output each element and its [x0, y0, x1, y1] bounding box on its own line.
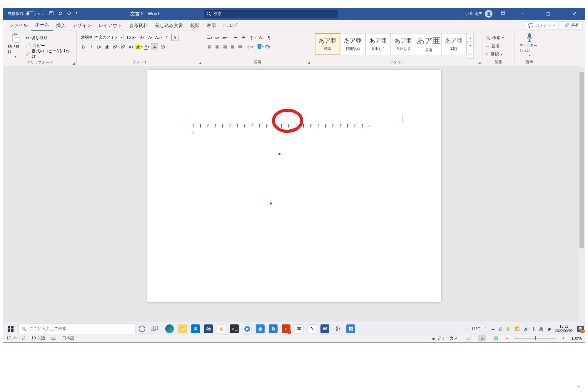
document-page[interactable]: ｆｆｆｆｆｆｆｆｆｆｆｆｆｆｆｆｆｆｆｆｆｆｆｆ↵ ↵: [147, 70, 441, 302]
settings-icon[interactable]: ⚙: [332, 323, 344, 335]
notifications-button[interactable]: 💬23: [577, 326, 584, 332]
align-right-button[interactable]: [221, 43, 228, 50]
tab-review[interactable]: 校閲: [187, 20, 203, 31]
cut-button[interactable]: ✂切り取り: [26, 34, 74, 41]
app-icon-1[interactable]: ◐: [215, 323, 228, 335]
font-name-select[interactable]: 游明朝 (本文のフォン▾: [80, 34, 124, 41]
page-count[interactable]: 1/1 ページ: [6, 336, 25, 341]
clear-format-button[interactable]: A: [171, 34, 178, 41]
tab-home[interactable]: ホーム: [31, 19, 53, 31]
font-color-button[interactable]: A▾: [143, 43, 150, 50]
select-button[interactable]: ↖選択▾: [485, 51, 504, 58]
ribbon-display-icon[interactable]: [501, 11, 505, 17]
phonetic-guide-button[interactable]: ア: [163, 34, 170, 41]
format-painter-button[interactable]: 🖌書式のコピー/貼り付け: [26, 50, 74, 57]
tab-insert[interactable]: 挿入: [53, 20, 69, 31]
show-marks-button[interactable]: ¶: [265, 34, 273, 41]
zoom-slider[interactable]: [514, 338, 555, 339]
web-layout-button[interactable]: 🌐: [492, 335, 500, 341]
chrome-icon[interactable]: [241, 323, 253, 335]
dictate-button[interactable]: ディクテーション ▾: [518, 32, 541, 59]
text-effects-button[interactable]: A▾: [127, 43, 134, 50]
vertical-scrollbar[interactable]: ▴ ▾: [579, 66, 585, 334]
save-icon[interactable]: [49, 11, 54, 17]
scrollbar-thumb[interactable]: [579, 72, 584, 248]
style-subtitle[interactable]: あア亜副題: [441, 33, 467, 55]
print-layout-button[interactable]: ▤: [478, 335, 486, 341]
tray-icon[interactable]: ⎙: [499, 326, 501, 331]
app-icon-4[interactable]: ⌘: [293, 323, 305, 335]
comments-button[interactable]: 💬 コメント ▾: [525, 21, 558, 29]
sort-button[interactable]: A↓: [258, 34, 265, 41]
strikethrough-button[interactable]: ab: [103, 43, 111, 50]
mail-icon[interactable]: ✉: [189, 323, 202, 335]
vscode-icon[interactable]: ⧉: [267, 323, 279, 335]
dialog-launcher-icon[interactable]: ◢: [478, 61, 480, 65]
font-size-select[interactable]: 10.5▾: [125, 34, 137, 41]
minimize-button[interactable]: [514, 8, 531, 20]
dialog-launcher-icon[interactable]: ◢: [72, 61, 75, 65]
volume-icon[interactable]: 🔊: [524, 326, 529, 331]
spellcheck-icon[interactable]: 📖: [51, 336, 56, 341]
taskbar-search[interactable]: 🔍 ここに入力して検索: [18, 324, 136, 334]
line-spacing-button[interactable]: ‡≡▾: [247, 43, 254, 50]
terminal-icon[interactable]: ＞_: [228, 323, 240, 335]
replace-button[interactable]: ↔置換: [485, 43, 504, 49]
cortana-icon[interactable]: [136, 323, 148, 335]
scroll-up-icon[interactable]: ▴: [579, 66, 585, 72]
italic-button[interactable]: I: [88, 43, 95, 50]
align-left-button[interactable]: [206, 43, 213, 50]
ime-mode-icon[interactable]: ◉: [547, 326, 551, 331]
word-icon[interactable]: W: [319, 323, 331, 335]
app-icon-5[interactable]: 🖼: [345, 323, 357, 335]
shrink-font-button[interactable]: A▾: [147, 34, 154, 41]
underline-button[interactable]: U▾: [96, 43, 103, 50]
increase-indent-button[interactable]: ⇥: [240, 34, 247, 41]
subscript-button[interactable]: x2: [111, 43, 118, 50]
start-button[interactable]: [3, 322, 18, 335]
focus-mode-button[interactable]: ▣フォーカス: [432, 336, 458, 341]
redo-icon[interactable]: [67, 11, 71, 17]
battery-icon[interactable]: 🔋: [505, 326, 510, 331]
tab-view[interactable]: 表示: [203, 20, 220, 31]
style-normal[interactable]: あア亜標準: [315, 33, 340, 55]
store-icon[interactable]: 🛍: [202, 323, 215, 335]
ltr-button[interactable]: ¶→: [250, 34, 257, 41]
justify-button[interactable]: [229, 43, 236, 50]
align-center-button[interactable]: [214, 43, 221, 50]
tray-expand-icon[interactable]: ˄: [485, 326, 487, 331]
grow-font-button[interactable]: A▴: [138, 34, 146, 41]
task-view-icon[interactable]: [148, 323, 161, 335]
ime-icon[interactable]: あ: [539, 326, 543, 331]
app-icon-2[interactable]: ◉: [254, 323, 266, 335]
style-nospacing[interactable]: あア亜行間詰め: [340, 33, 365, 55]
collapse-ribbon-icon[interactable]: ⌃: [577, 386, 580, 390]
wifi-icon[interactable]: 📶: [514, 326, 519, 331]
bullets-button[interactable]: ☰▾: [206, 34, 213, 41]
change-case-button[interactable]: Aa▾: [155, 34, 162, 41]
distribute-button[interactable]: [237, 43, 244, 50]
explorer-icon[interactable]: 📁: [176, 323, 189, 335]
multilevel-button[interactable]: ≣▾: [221, 34, 228, 41]
bold-button[interactable]: B: [80, 43, 87, 50]
qat-customize-icon[interactable]: ▾: [76, 11, 77, 17]
undo-icon[interactable]: [58, 11, 63, 17]
highlight-button[interactable]: ab▾: [135, 43, 142, 50]
char-shading-button[interactable]: A: [151, 43, 158, 50]
paste-button[interactable]: 貼り付け ▾: [6, 32, 25, 59]
clock[interactable]: 16:52 2022/03/02: [555, 324, 573, 333]
style-title[interactable]: あア亜表題: [416, 33, 441, 55]
user-account[interactable]: 小菅 達矢 👤: [465, 10, 492, 18]
share-button[interactable]: 🔗 共有: [561, 21, 582, 29]
edge-icon[interactable]: [163, 323, 176, 335]
bluetooth-icon[interactable]: ᛒ: [533, 326, 535, 331]
dialog-launcher-icon[interactable]: ◢: [308, 61, 310, 65]
close-button[interactable]: [565, 8, 583, 20]
borders-button[interactable]: ⊞▾: [264, 43, 271, 50]
autosave-toggle[interactable]: 自動保存 オフ: [7, 11, 44, 16]
styles-gallery-nav[interactable]: ▴▾⌄: [467, 33, 474, 59]
maximize-button[interactable]: [539, 8, 557, 20]
enclose-char-button[interactable]: ㊥: [159, 43, 166, 50]
toggle-switch[interactable]: [26, 11, 36, 16]
tab-layout[interactable]: レイアウト: [95, 20, 126, 31]
